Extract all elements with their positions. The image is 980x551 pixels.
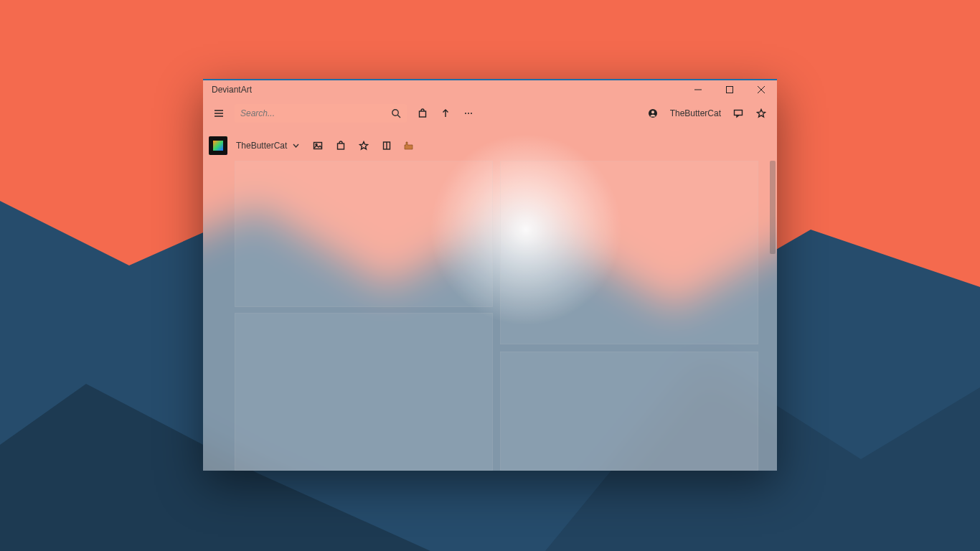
gallery-tab[interactable] [308,136,328,156]
user-icon-button[interactable] [643,103,663,123]
gallery-tile[interactable] [500,161,758,344]
app-window: DeviantArt [203,79,777,471]
gallery-grid [212,161,768,471]
more-button[interactable] [458,103,479,123]
svg-point-8 [392,110,398,116]
more-icon [463,108,473,118]
profile-name[interactable]: TheButterCat [230,141,290,151]
minimize-icon [694,86,702,93]
llama-badge[interactable] [402,141,415,151]
hamburger-button[interactable] [209,103,229,123]
svg-point-11 [468,113,469,114]
upload-button[interactable] [435,103,456,123]
journals-tab[interactable] [377,136,397,156]
book-icon [382,141,392,151]
profile-tab-row: TheButterCat [203,131,777,161]
maximize-icon [726,86,733,93]
svg-rect-18 [338,143,344,149]
search-icon [391,108,401,118]
close-button[interactable] [745,79,777,100]
llama-icon [402,141,415,151]
hamburger-icon [214,108,224,118]
svg-point-14 [651,110,654,113]
svg-rect-7 [727,87,733,93]
gallery-tile[interactable] [500,352,758,471]
svg-point-17 [316,144,317,146]
scrollbar-thumb[interactable] [770,161,776,254]
svg-point-10 [465,113,466,114]
image-icon [313,141,323,151]
window-title: DeviantArt [212,85,252,95]
window-accent-bar [203,79,777,80]
chevron-down-icon [293,143,299,148]
main-toolbar: TheButterCat [203,100,777,126]
star-icon [756,108,766,118]
gallery-tile[interactable] [235,161,493,307]
minimize-button[interactable] [682,79,714,100]
maximize-button[interactable] [714,79,745,100]
shop-icon [418,108,428,118]
titlebar[interactable]: DeviantArt [203,79,777,100]
shop-icon [336,141,346,151]
profile-dropdown[interactable] [293,142,305,149]
svg-rect-9 [420,111,426,117]
window-controls [682,79,777,100]
user-icon [648,108,658,118]
favorites-tab[interactable] [354,136,374,156]
close-icon [758,86,765,93]
svg-rect-16 [314,143,322,149]
favorite-button[interactable] [751,103,771,123]
search-box[interactable] [235,104,407,123]
scrollbar[interactable] [768,161,777,471]
svg-rect-15 [735,110,743,116]
search-input[interactable] [240,108,391,118]
star-icon [359,141,369,151]
desktop-wallpaper: DeviantArt [0,0,980,551]
upload-icon [440,108,451,118]
svg-point-12 [471,113,472,114]
profile-avatar[interactable] [209,136,227,155]
prints-tab[interactable] [331,136,351,156]
shop-button[interactable] [413,103,433,123]
gallery-tile[interactable] [235,313,493,471]
toolbar-username[interactable]: TheButterCat [666,108,725,118]
chat-button[interactable] [728,103,748,123]
chat-icon [733,108,743,118]
